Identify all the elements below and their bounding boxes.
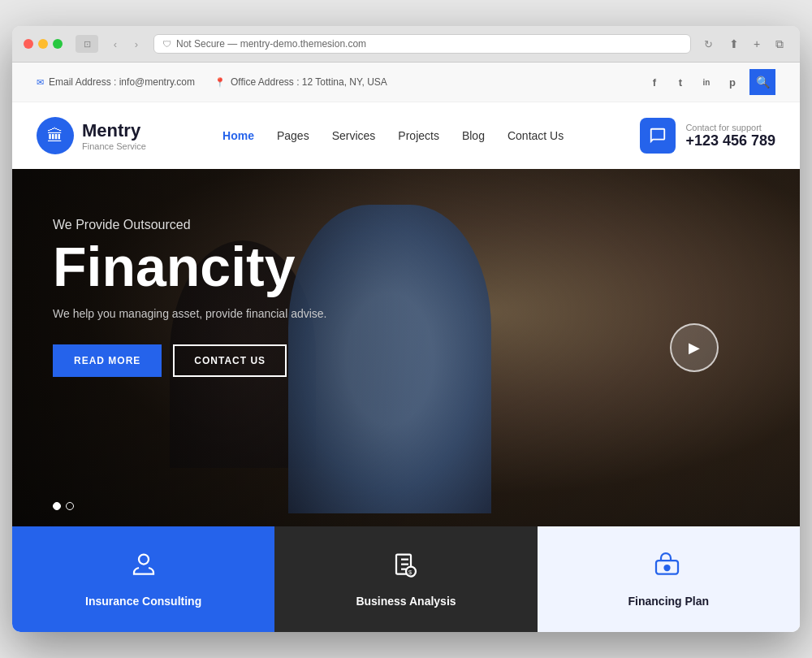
office-info: 📍 Office Address : 12 Tottina, NY, USA (214, 76, 387, 88)
browser-window: ⊡ ‹ › 🛡 Not Secure — mentry-demo.themesi… (12, 26, 800, 632)
hero-section: We Provide Outsourced Financity We help … (12, 169, 800, 526)
service-card-financing[interactable]: Financing Plan (538, 526, 800, 632)
email-text: Email Address : info@mentry.com (49, 76, 195, 88)
tile-button[interactable]: ⊡ (76, 35, 98, 53)
logo-title: Mentry (82, 120, 146, 141)
hero-description: We help you managing asset, provide fina… (53, 307, 394, 320)
email-info: ✉ Email Address : info@mentry.com (37, 76, 195, 88)
play-icon: ▶ (689, 339, 700, 357)
dot-red[interactable] (24, 39, 33, 49)
new-tab-button[interactable]: + (748, 35, 766, 53)
browser-actions: ⬆ + ⧉ (725, 35, 788, 53)
browser-dots (24, 39, 63, 49)
website-content: ✉ Email Address : info@mentry.com 📍 Offi… (12, 63, 800, 632)
address-bar[interactable]: 🛡 Not Secure — mentry-demo.themesion.com (153, 34, 691, 54)
tabs-button[interactable]: ⧉ (771, 35, 788, 53)
nav-contact[interactable]: Contact Us (508, 129, 564, 142)
support-number: +123 456 789 (685, 132, 775, 149)
facebook-icon[interactable]: f (646, 73, 663, 91)
share-button[interactable]: ⬆ (725, 35, 743, 53)
logo-subtitle: Finance Service (82, 141, 146, 151)
hero-dots (53, 502, 74, 510)
services-row: Insurance Consulting $ Business Analysis (12, 526, 800, 632)
lock-icon: 🛡 (162, 39, 171, 49)
hero-buttons: READ MORE CONTACT US (53, 344, 394, 377)
topbar: ✉ Email Address : info@mentry.com 📍 Offi… (12, 63, 800, 102)
chat-icon (640, 118, 676, 154)
browser-titlebar: ⊡ ‹ › 🛡 Not Secure — mentry-demo.themesi… (12, 26, 800, 63)
nav-blog[interactable]: Blog (462, 129, 485, 142)
contact-support: Contact for support +123 456 789 (640, 118, 775, 154)
service-card-business[interactable]: $ Business Analysis (274, 526, 537, 632)
nav-services[interactable]: Services (332, 129, 376, 142)
forward-button[interactable]: › (127, 35, 145, 53)
insurance-icon (129, 551, 158, 587)
logo-icon: 🏛 (37, 117, 74, 154)
nav-projects[interactable]: Projects (398, 129, 439, 142)
linkedin-icon[interactable]: in (698, 73, 715, 91)
logo: 🏛 Mentry Finance Service (37, 117, 146, 154)
search-button[interactable]: 🔍 (749, 69, 775, 95)
hero-subtitle: We Provide Outsourced (53, 218, 394, 232)
hero-dot-1[interactable] (53, 502, 61, 510)
browser-nav: ‹ › (106, 35, 145, 53)
back-button[interactable]: ‹ (106, 35, 124, 53)
dot-yellow[interactable] (38, 39, 48, 49)
hero-dot-2[interactable] (66, 502, 74, 510)
business-icon: $ (391, 551, 421, 587)
email-icon: ✉ (37, 77, 44, 88)
hero-content: We Provide Outsourced Financity We help … (12, 169, 434, 426)
main-header: 🏛 Mentry Finance Service Home Pages Serv… (12, 102, 800, 169)
url-text: Not Secure — mentry-demo.themesion.com (176, 38, 366, 50)
svg-point-5 (665, 565, 670, 570)
topbar-right: f t in p 🔍 (646, 69, 775, 95)
business-label: Business Analysis (356, 595, 456, 608)
contact-us-button[interactable]: CONTACT US (173, 344, 287, 377)
nav-pages[interactable]: Pages (277, 129, 309, 142)
hero-title: Financity (53, 239, 394, 294)
main-nav: Home Pages Services Projects Blog Contac… (222, 129, 564, 142)
play-button[interactable]: ▶ (670, 323, 719, 372)
pinterest-icon[interactable]: p (723, 73, 741, 91)
support-text: Contact for support +123 456 789 (685, 123, 775, 149)
insurance-label: Insurance Consulting (85, 595, 201, 608)
nav-home[interactable]: Home (222, 129, 254, 142)
logo-text: Mentry Finance Service (82, 120, 146, 151)
support-label: Contact for support (685, 123, 775, 132)
svg-point-0 (139, 555, 149, 565)
topbar-left: ✉ Email Address : info@mentry.com 📍 Offi… (37, 76, 387, 88)
read-more-button[interactable]: READ MORE (53, 344, 162, 377)
financing-icon (654, 551, 683, 587)
office-text: Office Address : 12 Tottina, NY, USA (231, 76, 387, 88)
financing-label: Financing Plan (628, 595, 710, 608)
browser-controls: ⊡ (76, 35, 98, 53)
location-icon: 📍 (214, 77, 226, 88)
dot-green[interactable] (53, 39, 63, 49)
twitter-icon[interactable]: t (672, 73, 689, 91)
reload-button[interactable]: ↻ (699, 35, 717, 53)
service-card-insurance[interactable]: Insurance Consulting (12, 526, 274, 632)
